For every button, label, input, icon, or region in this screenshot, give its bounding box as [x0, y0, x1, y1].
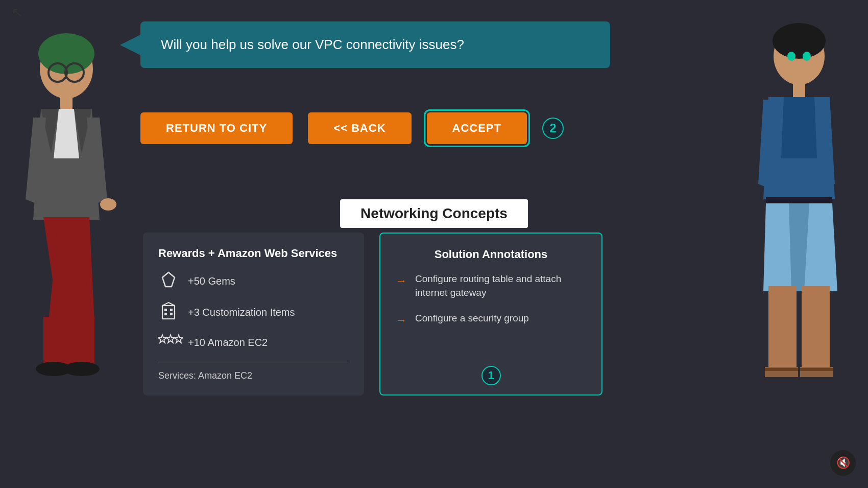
svg-rect-39: [164, 309, 167, 311]
items-item: +3 Customization Items: [158, 301, 349, 323]
svg-point-20: [773, 23, 826, 59]
mouse-cursor: ↖: [11, 4, 23, 21]
svg-rect-23: [793, 83, 805, 97]
svg-rect-31: [768, 286, 797, 368]
svg-point-21: [787, 52, 795, 61]
svg-marker-44: [158, 335, 166, 343]
solutions-badge: 1: [481, 366, 501, 385]
section-title: Networking Concepts: [340, 199, 528, 228]
character-left: [10, 26, 123, 409]
svg-marker-43: [162, 303, 175, 306]
action-buttons: RETURN TO CITY << BACK ACCEPT 2: [140, 112, 564, 144]
sound-icon: 🔇: [836, 456, 850, 470]
ec2-label: +10 Amazon EC2: [188, 337, 268, 348]
svg-rect-41: [164, 313, 167, 315]
svg-marker-45: [166, 335, 175, 343]
svg-rect-40: [170, 309, 173, 311]
character-right: [740, 15, 858, 424]
svg-marker-46: [175, 335, 183, 343]
cards-container: Rewards + Amazon Web Services +50 Gems: [143, 233, 602, 396]
annotation-2-text: Configure a security group: [415, 312, 529, 326]
back-button[interactable]: << BACK: [308, 112, 411, 144]
card-divider: [158, 362, 349, 362]
items-label: +3 Customization Items: [188, 307, 295, 318]
services-label: Services: Amazon EC2: [158, 370, 349, 381]
solutions-card-title: Solution Annotations: [396, 248, 586, 261]
dialog-text: Will you help us solve our VPC connectiv…: [161, 37, 464, 52]
dialog-box: Will you help us solve our VPC connectiv…: [140, 21, 610, 68]
svg-rect-32: [802, 286, 830, 368]
arrow-icon-2: →: [396, 313, 407, 329]
svg-rect-34: [765, 368, 798, 371]
annotation-1: → Configure routing table and attach int…: [396, 272, 586, 299]
ec2-item: +10 Amazon EC2: [158, 334, 349, 352]
svg-rect-15: [43, 317, 69, 368]
accept-button[interactable]: ACCEPT: [427, 112, 527, 144]
rewards-card: Rewards + Amazon Web Services +50 Gems: [143, 233, 364, 396]
stars-icon: [158, 334, 179, 352]
return-to-city-button[interactable]: RETURN TO CITY: [140, 112, 293, 144]
solutions-card: Solution Annotations → Configure routing…: [379, 233, 602, 396]
annotation-1-text: Configure routing table and attach inter…: [415, 272, 586, 299]
svg-marker-37: [162, 272, 175, 287]
gem-icon: [158, 271, 179, 291]
arrow-icon-1: →: [396, 273, 407, 289]
svg-rect-42: [170, 313, 173, 315]
svg-marker-25: [781, 97, 817, 158]
svg-rect-16: [69, 317, 94, 368]
building-icon: [158, 301, 179, 323]
gems-label: +50 Gems: [188, 275, 235, 287]
gems-item: +50 Gems: [158, 271, 349, 291]
svg-point-12: [100, 198, 116, 211]
svg-rect-38: [162, 306, 175, 319]
svg-rect-36: [800, 368, 833, 371]
svg-point-18: [64, 362, 100, 376]
svg-rect-5: [60, 96, 73, 109]
sound-button[interactable]: 🔇: [830, 450, 856, 476]
accept-badge: 2: [542, 118, 564, 139]
svg-point-22: [803, 52, 811, 61]
annotation-2: → Configure a security group: [396, 312, 586, 329]
rewards-card-title: Rewards + Amazon Web Services: [158, 247, 349, 260]
